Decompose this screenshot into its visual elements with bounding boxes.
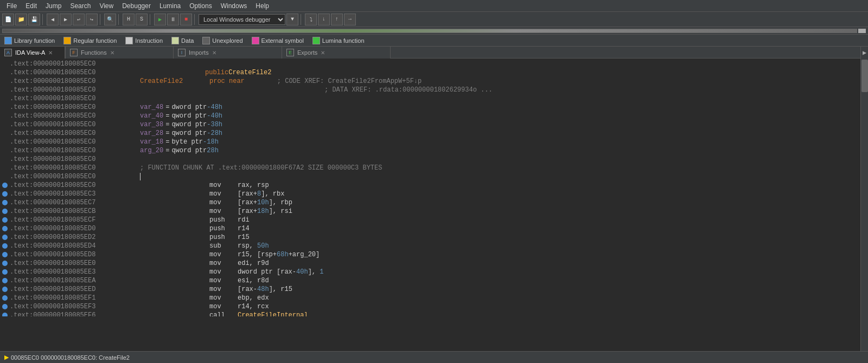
code-offset: -18h	[203, 138, 219, 146]
toolbar-pause[interactable]: ⏸	[167, 14, 179, 25]
code-addr: .text:0000000180085EED	[10, 286, 140, 293]
menu-options[interactable]: Options	[185, 1, 216, 11]
toolbar-debug-options[interactable]: ▼	[286, 14, 298, 25]
code-eq: =	[163, 138, 171, 146]
breakpoint-dot[interactable]	[2, 269, 8, 275]
tab-scroll-right[interactable]: ▶	[860, 47, 868, 59]
mini-map[interactable]	[2, 29, 857, 33]
code-line: .text:0000000180085ED2 push r15	[0, 233, 860, 242]
code-addr: .text:0000000180085EC0	[10, 155, 140, 163]
code-line: .text:0000000180085EC0 CreateFile2 proc …	[0, 77, 860, 86]
legend-data-color	[171, 37, 179, 44]
tab-ida-view[interactable]: A IDA View-A ✕	[0, 47, 65, 59]
text-cursor	[140, 173, 141, 180]
breakpoint-dot[interactable]	[2, 304, 8, 309]
code-operand: [rax+10h], rbp	[238, 199, 292, 206]
breakpoint-dot[interactable]	[2, 278, 8, 283]
tab-functions[interactable]: F Functions ✕	[65, 47, 174, 59]
breakpoint-dot[interactable]	[2, 191, 8, 197]
toolbar-strings[interactable]: S	[136, 14, 148, 25]
breakpoint-dot[interactable]	[2, 226, 8, 231]
toolbar-save[interactable]: 💾	[28, 14, 40, 25]
toolbar-step-over[interactable]: ⤵	[305, 14, 317, 25]
code-type: dword ptr	[171, 103, 207, 111]
tab-exports[interactable]: E Exports ✕	[282, 47, 391, 59]
menu-windows[interactable]: Windows	[216, 1, 252, 11]
code-mnemonic: mov	[205, 251, 238, 258]
menu-search[interactable]: Search	[66, 1, 95, 11]
breakpoint-dot[interactable]	[2, 235, 8, 240]
tab-ida-close[interactable]: ✕	[48, 50, 53, 56]
code-addr: .text:0000000180085EC0	[10, 164, 140, 172]
code-addr: .text:0000000180085EC0	[10, 69, 140, 76]
tab-imports-close[interactable]: ✕	[212, 50, 216, 56]
debugger-selector[interactable]: Local Windows debugger	[199, 14, 285, 25]
vertical-scrollbar[interactable]	[860, 59, 868, 351]
tab-exports-close[interactable]: ✕	[321, 50, 325, 56]
toolbar-step-into[interactable]: ↓	[318, 14, 330, 25]
scroll-thumb[interactable]	[861, 60, 868, 92]
menu-help[interactable]: Help	[251, 1, 273, 11]
toolbar-hex[interactable]: H	[123, 14, 135, 25]
menu-lumina[interactable]: Lumina	[155, 1, 185, 11]
toolbar-run-until[interactable]: →	[344, 14, 356, 25]
breakpoint-dot[interactable]	[2, 261, 8, 266]
toolbar-undo[interactable]: ↩	[73, 14, 85, 25]
code-eq: =	[163, 121, 171, 128]
breakpoint-dot[interactable]	[2, 287, 8, 292]
legend-unexplored-color	[202, 37, 210, 44]
tab-functions-close[interactable]: ✕	[110, 50, 114, 56]
breakpoint-dot[interactable]	[2, 200, 8, 205]
code-addr: .text:0000000180085EC7	[10, 199, 140, 206]
toolbar-sep4	[150, 14, 152, 25]
breakpoint-dot[interactable]	[2, 209, 8, 214]
toolbar-back[interactable]: ◀	[47, 14, 59, 25]
nav-bar	[0, 27, 868, 35]
breakpoint-dot[interactable]	[2, 243, 8, 249]
code-line: .text:0000000180085ED8 mov r15, [rsp+68h…	[0, 250, 860, 259]
code-addr: .text:0000000180085EF1	[10, 294, 140, 302]
menu-view[interactable]: View	[95, 1, 118, 11]
toolbar-new[interactable]: 📄	[2, 14, 14, 25]
code-mnemonic: mov	[205, 182, 238, 189]
code-mnemonic: mov	[205, 208, 238, 215]
code-line: .text:0000000180085EEA mov esi, r8d	[0, 276, 860, 285]
breakpoint-dot[interactable]	[2, 252, 8, 257]
toolbar-stop[interactable]: ■	[180, 14, 192, 25]
toolbar-open[interactable]: 📁	[15, 14, 27, 25]
code-view[interactable]: .text:0000000180085EC0 .text:00000001800…	[0, 59, 860, 316]
breakpoint-dot[interactable]	[2, 295, 8, 301]
breakpoint-dot[interactable]	[2, 313, 8, 316]
code-operand: [rax+18h], rsi	[238, 208, 292, 215]
code-offset: -48h	[207, 103, 222, 111]
toolbar: 📄 📁 💾 ◀ ▶ ↩ ↪ 🔍 H S ▶ ⏸ ■ Local Windows …	[0, 12, 868, 27]
code-addr: .text:0000000180085ECB	[10, 208, 140, 215]
toolbar-forward[interactable]: ▶	[60, 14, 72, 25]
code-line: .text:0000000180085EC0 mov rax, rsp	[0, 181, 860, 190]
code-line: .text:0000000180085EC0 ; FUNCTION CHUNK …	[0, 164, 860, 172]
menu-jump[interactable]: Jump	[41, 1, 66, 11]
menu-edit[interactable]: Edit	[21, 1, 41, 11]
legend-external-label: External symbol	[261, 37, 304, 44]
mini-map-scrollbar[interactable]	[858, 29, 866, 33]
code-mnemonic: mov	[205, 303, 238, 310]
menu-debugger[interactable]: Debugger	[118, 1, 155, 11]
toolbar-search[interactable]: 🔍	[104, 14, 116, 25]
legend-regular-function: Regular function	[63, 37, 117, 44]
toolbar-step-out[interactable]: ↑	[331, 14, 343, 25]
code-line: .text:0000000180085EC0	[0, 60, 860, 68]
code-addr: .text:0000000180085ED8	[10, 251, 140, 258]
menu-file[interactable]: File	[2, 1, 21, 11]
code-addr: .text:0000000180085EEA	[10, 277, 140, 284]
code-addr: .text:0000000180085EC0	[10, 95, 140, 102]
code-eq: =	[163, 147, 171, 154]
code-addr: .text:0000000180085EE0	[10, 260, 140, 267]
tab-imports[interactable]: I Imports ✕	[174, 47, 282, 59]
code-offset: -38h	[207, 121, 222, 128]
code-type: byte ptr	[171, 138, 203, 146]
breakpoint-dot[interactable]	[2, 183, 8, 188]
breakpoint-dot[interactable]	[2, 217, 8, 223]
toolbar-redo[interactable]: ↪	[86, 14, 98, 25]
code-operand: rdi	[238, 216, 250, 224]
toolbar-run[interactable]: ▶	[154, 14, 166, 25]
